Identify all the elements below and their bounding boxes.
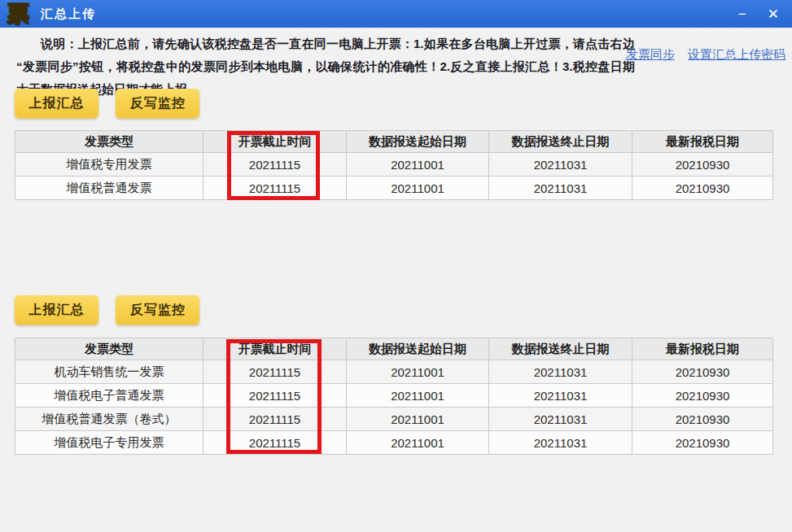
cell-latest-tax-date: 20210930 — [632, 153, 773, 177]
cell-issue-deadline: 20211115 — [203, 408, 347, 431]
table-row: 机动车销售统一发票 20211115 20211001 20211031 202… — [15, 360, 773, 384]
cell-latest-tax-date: 20210930 — [632, 360, 773, 384]
cell-latest-tax-date: 20210930 — [632, 408, 773, 431]
col-report-end-date: 数据报送终止日期 — [489, 338, 632, 360]
table-row: 增值税电子专用发票 20211115 20211001 20211031 202… — [15, 431, 773, 455]
col-latest-tax-date: 最新报税日期 — [632, 338, 773, 360]
cell-issue-deadline: 20211115 — [203, 384, 347, 408]
app-window: 票 汇总上传 − ✕ 说明：上报汇总前，请先确认该税控盘是否一直在同一电脑上开票… — [0, 0, 792, 532]
title-bar: 票 汇总上传 − ✕ — [0, 0, 792, 28]
cell-invoice-type: 增值税电子普通发票 — [15, 384, 203, 408]
cell-latest-tax-date: 20210930 — [632, 177, 773, 200]
table-row: 增值税普通发票（卷式） 20211115 20211001 20211031 2… — [15, 408, 773, 431]
cell-invoice-type: 增值税专用发票 — [15, 153, 203, 177]
cell-report-start-date: 20211001 — [347, 384, 489, 408]
quick-links: 发票同步 设置汇总上传密码 — [616, 47, 785, 63]
col-issue-deadline: 开票截止时间 — [203, 131, 347, 153]
minimize-icon[interactable]: − — [735, 6, 750, 23]
table-row: 增值税电子普通发票 20211115 20211001 20211031 202… — [15, 384, 773, 408]
cell-report-start-date: 20211001 — [347, 431, 489, 455]
col-invoice-type: 发票类型 — [15, 131, 203, 153]
close-icon[interactable]: ✕ — [764, 6, 782, 23]
table-row: 增值税普通发票 20211115 20211001 20211031 20210… — [15, 177, 773, 200]
cell-report-start-date: 20211001 — [347, 408, 489, 431]
cell-invoice-type: 增值税电子专用发票 — [15, 431, 203, 455]
cell-latest-tax-date: 20210930 — [632, 431, 773, 455]
cell-invoice-type: 机动车销售统一发票 — [15, 360, 203, 384]
table-header-row: 发票类型 开票截止时间 数据报送起始日期 数据报送终止日期 最新报税日期 — [15, 338, 773, 360]
cell-report-end-date: 20211031 — [489, 408, 632, 431]
col-report-end-date: 数据报送终止日期 — [489, 131, 632, 153]
cell-report-end-date: 20211031 — [489, 384, 632, 408]
cell-issue-deadline: 20211115 — [203, 153, 347, 177]
cell-latest-tax-date: 20210930 — [632, 384, 773, 408]
window-controls: − ✕ — [735, 6, 782, 23]
invoice-app-logo-icon: 票 — [7, 3, 29, 25]
cell-report-end-date: 20211031 — [489, 177, 632, 200]
cell-report-start-date: 20211001 — [347, 153, 489, 177]
table-header-row: 发票类型 开票截止时间 数据报送起始日期 数据报送终止日期 最新报税日期 — [15, 131, 773, 153]
col-invoice-type: 发票类型 — [15, 338, 203, 360]
cell-invoice-type: 增值税普通发票（卷式） — [15, 408, 203, 431]
invoice-table-1: 发票类型 开票截止时间 数据报送起始日期 数据报送终止日期 最新报税日期 增值税… — [15, 130, 773, 200]
cell-report-end-date: 20211031 — [489, 360, 632, 384]
invoice-table-2: 发票类型 开票截止时间 数据报送起始日期 数据报送终止日期 最新报税日期 机动车… — [15, 338, 773, 455]
rewrite-monitor-button-2[interactable]: 反写监控 — [116, 295, 199, 325]
cell-report-start-date: 20211001 — [347, 360, 489, 384]
cell-issue-deadline: 20211115 — [203, 431, 347, 455]
table-row: 增值税专用发票 20211115 20211001 20211031 20210… — [15, 153, 773, 177]
cell-issue-deadline: 20211115 — [203, 360, 347, 384]
button-row-1: 上报汇总 反写监控 — [15, 89, 213, 118]
rewrite-monitor-button-1[interactable]: 反写监控 — [116, 89, 199, 118]
col-latest-tax-date: 最新报税日期 — [632, 131, 773, 153]
report-summary-button-2[interactable]: 上报汇总 — [15, 295, 98, 325]
cell-invoice-type: 增值税普通发票 — [15, 177, 203, 200]
cell-issue-deadline: 20211115 — [203, 177, 347, 200]
link-invoice-sync[interactable]: 发票同步 — [626, 47, 675, 61]
col-report-start-date: 数据报送起始日期 — [347, 131, 489, 153]
cell-report-end-date: 20211031 — [489, 153, 632, 177]
cell-report-end-date: 20211031 — [489, 431, 632, 455]
cell-report-start-date: 20211001 — [347, 177, 489, 200]
col-issue-deadline: 开票截止时间 — [203, 338, 347, 360]
button-row-2: 上报汇总 反写监控 — [15, 295, 213, 325]
link-set-upload-password[interactable]: 设置汇总上传密码 — [688, 47, 785, 61]
window-title: 汇总上传 — [41, 7, 96, 22]
col-report-start-date: 数据报送起始日期 — [347, 338, 489, 360]
report-summary-button-1[interactable]: 上报汇总 — [15, 89, 98, 118]
